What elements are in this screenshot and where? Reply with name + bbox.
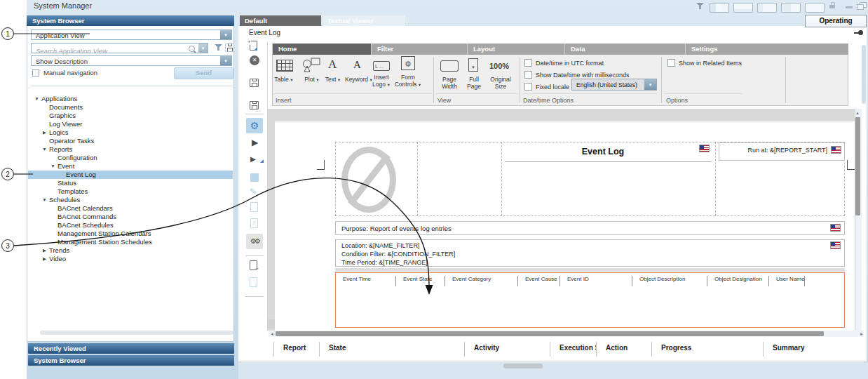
export-pdf-icon[interactable] — [250, 202, 258, 212]
save-icon[interactable] — [250, 79, 259, 87]
ribbon-tab[interactable]: Filter — [371, 44, 467, 55]
tree-hscrollbar-thumb[interactable] — [40, 331, 233, 335]
stop-icon[interactable] — [250, 173, 259, 182]
ribbon-scrollbar[interactable] — [862, 45, 866, 104]
run-with-options-icon[interactable]: ▶… — [250, 155, 260, 163]
system-browser-header[interactable]: System Browser — [27, 15, 234, 26]
copy-settings-icon[interactable]: ⚙⚙ — [246, 234, 263, 249]
tree-item[interactable]: Configuration — [28, 154, 233, 162]
event-table-column[interactable]: Object Description — [632, 276, 707, 286]
tree-item[interactable]: BACnet Commands — [28, 213, 233, 221]
tree-item[interactable]: Graphics — [28, 112, 233, 120]
layout-left-pane-icon[interactable] — [757, 3, 777, 13]
form-controls-button-icon[interactable]: ⚙ — [401, 56, 415, 70]
canvas-hscrollbar-thumb[interactable] — [276, 331, 824, 336]
page-width-button-icon[interactable] — [440, 60, 459, 72]
language-flag-icon[interactable] — [700, 145, 709, 152]
chevron-down-icon[interactable]: ▼ — [220, 56, 231, 65]
event-table-column[interactable]: Event Category — [445, 276, 518, 286]
ribbon-tab[interactable]: Layout — [467, 44, 564, 55]
purpose-box[interactable]: Purpose: Report of events log entries — [335, 221, 845, 235]
event-table-column[interactable]: Object Designation — [707, 276, 769, 286]
milliseconds-checkbox[interactable] — [524, 71, 532, 79]
send-button[interactable]: Send — [174, 67, 233, 79]
edit-pen-icon[interactable]: ✎ — [250, 187, 257, 197]
text-button-icon[interactable]: A — [328, 58, 337, 72]
plot-button-icon[interactable] — [301, 58, 321, 73]
tree-item[interactable]: Video — [28, 255, 233, 263]
ribbon-tab[interactable]: Home — [272, 44, 371, 55]
chevron-down-icon[interactable]: ▼ — [220, 30, 231, 39]
tree-item[interactable]: BACnet Schedules — [28, 221, 233, 230]
language-flag-icon[interactable] — [832, 147, 841, 153]
page-width-button[interactable]: Page Width — [436, 77, 463, 90]
canvas-vscrollbar-thumb[interactable] — [855, 117, 860, 215]
report-settings-gear-icon[interactable]: ⚙ — [246, 118, 263, 133]
run-report-icon[interactable]: ▶ — [252, 138, 258, 147]
tree-item[interactable]: Operator Tasks — [28, 137, 233, 145]
insert-logo-button-icon[interactable]: L … — [373, 61, 390, 71]
tree-item[interactable]: BACnet Calendars — [28, 204, 233, 213]
description-selector-dropdown[interactable]: Show Description ▼ — [31, 55, 232, 66]
task-bar-column[interactable]: Report — [273, 342, 319, 357]
tree-expander-icon[interactable] — [40, 255, 49, 263]
full-page-button[interactable]: Full Page — [463, 77, 485, 90]
tree-expander-icon[interactable] — [40, 246, 49, 255]
report-title[interactable]: Event Log — [501, 147, 705, 157]
minimize-icon[interactable] — [846, 6, 853, 8]
tree-item[interactable]: Applications — [28, 95, 233, 103]
new-report-icon[interactable]: + — [250, 41, 257, 51]
save-filter-icon[interactable] — [225, 44, 234, 52]
event-table-column[interactable]: Event Cause — [518, 276, 560, 286]
task-bar-column[interactable]: Summary — [763, 342, 805, 357]
search-input[interactable] — [32, 46, 208, 55]
tree-item[interactable]: Status — [28, 179, 233, 187]
language-flag-icon[interactable] — [831, 225, 840, 231]
tree-item[interactable]: Templates — [28, 187, 233, 196]
layout-single-pane-icon[interactable] — [805, 3, 825, 13]
event-table-column[interactable]: User Name — [769, 276, 805, 286]
tree-item[interactable]: Logics — [28, 128, 233, 137]
insert-logo-button[interactable]: Insert Logo — [369, 74, 394, 88]
ribbon-tab[interactable]: Settings — [685, 44, 717, 55]
utc-format-checkbox[interactable] — [524, 59, 532, 67]
export-excel-icon[interactable]: X — [250, 218, 258, 228]
tab-default[interactable]: Default — [240, 15, 321, 26]
splitter-handle[interactable] — [503, 364, 543, 368]
panel-bar[interactable]: Recently Viewed — [28, 343, 234, 354]
tree-item[interactable]: Management Station Calendars — [28, 230, 233, 238]
tree-item[interactable]: Event Log — [28, 171, 233, 179]
event-table-column[interactable]: Event Time — [336, 276, 396, 286]
event-table-column[interactable]: Event State — [396, 276, 445, 286]
table-button[interactable]: Table — [271, 77, 297, 84]
tree-item[interactable]: Documents — [28, 103, 233, 112]
tree-expander-icon[interactable] — [40, 196, 49, 204]
scroll-up-icon[interactable]: ▲ — [855, 110, 860, 116]
plot-button[interactable]: Plot — [301, 77, 323, 84]
operating-button[interactable]: Operating — [805, 15, 867, 27]
tree-expander-icon[interactable] — [32, 95, 41, 103]
manual-navigation-checkbox[interactable] — [32, 69, 39, 77]
keyword-button-icon[interactable]: A — [353, 59, 361, 71]
task-bar-column[interactable]: State — [319, 342, 464, 357]
tree-expander-icon[interactable] — [48, 162, 57, 171]
language-flag-icon[interactable] — [831, 242, 840, 248]
fixed-locale-checkbox[interactable] — [524, 83, 532, 91]
pin-icon[interactable] — [858, 30, 863, 35]
view-selector-dropdown[interactable]: Application View ▼ — [31, 29, 232, 40]
form-controls-button[interactable]: Form Controls — [393, 74, 423, 88]
table-button-icon[interactable] — [276, 60, 293, 72]
run-at-box[interactable]: Run at: &[REPORT_START] — [719, 142, 845, 161]
full-page-button-icon[interactable]: ▼ — [468, 58, 478, 72]
tree-item[interactable]: Event — [28, 162, 233, 171]
task-bar-column[interactable]: Action — [596, 342, 651, 357]
task-bar-column[interactable]: Execution Start — [550, 342, 596, 357]
search-chevron-icon[interactable]: ▼ — [198, 44, 208, 53]
panel-bar[interactable]: System Browser — [28, 355, 234, 366]
event-table[interactable]: Event TimeEvent StateEvent CategoryEvent… — [335, 272, 845, 328]
task-bar-column[interactable]: Activity — [464, 342, 550, 357]
event-table-column[interactable]: Event ID — [560, 276, 632, 286]
chevron-down-icon[interactable]: ▼ — [644, 79, 656, 90]
import-definition-icon[interactable]: ← — [250, 277, 257, 287]
save-as-icon[interactable]: … — [250, 101, 259, 109]
